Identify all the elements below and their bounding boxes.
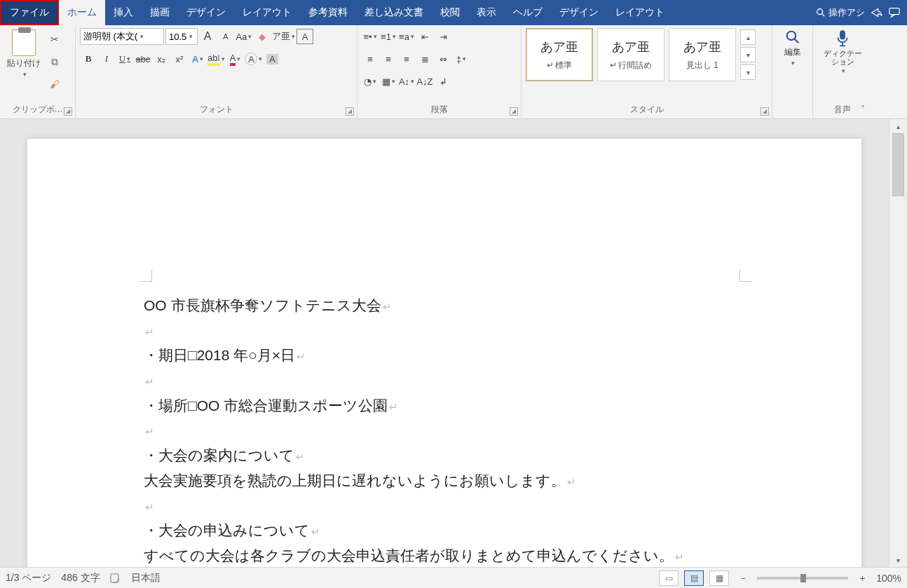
tab-help[interactable]: ヘルプ (505, 0, 551, 25)
bold-button[interactable]: B (80, 50, 97, 67)
scroll-up-button[interactable]: ▴ (889, 119, 907, 133)
tab-file[interactable]: ファイル (0, 0, 59, 25)
text-effects-button[interactable]: A (189, 50, 206, 67)
doc-empty-3[interactable]: ↵ (144, 418, 745, 443)
format-painter-button[interactable]: 🖌 (46, 76, 63, 93)
line-spacing-button[interactable]: ‡ (453, 50, 470, 67)
view-web-layout[interactable]: ▦ (709, 570, 729, 586)
underline-button[interactable]: U (116, 50, 133, 67)
status-word-count[interactable]: 486 文字 (61, 572, 100, 584)
doc-line-7[interactable]: すべての大会は各クラブの大会申込責任者が取りまとめて申込んでください。↵ (144, 543, 745, 567)
tab-mailings[interactable]: 差し込み文書 (356, 0, 432, 25)
sort-button[interactable]: A↓Z (416, 73, 433, 90)
subscript-button[interactable]: x₂ (153, 50, 170, 67)
superscript-button[interactable]: x² (171, 50, 188, 67)
tab-insert[interactable]: 挿入 (105, 0, 142, 25)
align-right-button[interactable]: ≡ (398, 50, 415, 67)
paragraph-dialog-launcher[interactable]: ◢ (510, 107, 518, 116)
doc-line-6[interactable]: ・大会の申込みについて↵ (144, 518, 745, 543)
collapse-ribbon-button[interactable]: ˄ (857, 103, 869, 116)
clear-formatting-button[interactable]: ◆ (254, 28, 271, 45)
view-read-mode[interactable]: ▭ (659, 570, 678, 586)
zoom-out-button[interactable]: － (735, 570, 751, 587)
borders-button[interactable]: ▦ (380, 73, 397, 90)
zoom-slider[interactable] (757, 577, 848, 580)
change-case-button[interactable]: Aa (236, 28, 252, 45)
tab-layout[interactable]: レイアウト (234, 0, 300, 25)
shrink-font-button[interactable]: A (217, 28, 234, 45)
show-marks-button[interactable]: ↲ (435, 73, 451, 90)
character-border-button[interactable]: A (296, 29, 313, 44)
multilevel-icon: ≡a (399, 32, 409, 42)
tab-home[interactable]: ホーム (59, 0, 105, 25)
grow-font-button[interactable]: A (199, 28, 216, 45)
italic-button[interactable]: I (98, 50, 115, 67)
scroll-down-button[interactable]: ▾ (889, 553, 907, 567)
decrease-indent-button[interactable]: ⇤ (416, 28, 433, 45)
tab-draw[interactable]: 描画 (142, 0, 178, 25)
font-name-combo[interactable]: 游明朝 (本文( (80, 28, 164, 45)
numbering-button[interactable]: ≡1 (380, 28, 397, 45)
font-size-combo[interactable]: 10.5 (165, 28, 198, 45)
styles-scroll-up[interactable]: ▴ (740, 29, 756, 45)
share-icon[interactable] (869, 6, 883, 20)
zoom-in-button[interactable]: ＋ (854, 570, 871, 587)
scroll-track[interactable] (892, 133, 904, 553)
comments-icon[interactable] (887, 6, 901, 20)
styles-scroll-down[interactable]: ▾ (740, 47, 756, 62)
shading-button[interactable]: ◔ (362, 73, 379, 90)
align-center-button[interactable]: ≡ (380, 50, 397, 67)
document-area[interactable]: OO 市長旗杯争奪ソフトテニス大会↵ ↵ ・期日□2018 年○月×日↵ ↵ ・… (0, 119, 889, 567)
view-print-layout[interactable]: ▤ (684, 570, 704, 586)
text-direction-button[interactable]: A↕ (398, 73, 415, 90)
increase-indent-button[interactable]: ⇥ (435, 28, 451, 45)
styles-more-button[interactable]: ▾ (740, 64, 756, 80)
tab-view[interactable]: 表示 (468, 0, 505, 25)
doc-empty-4[interactable]: ↵ (144, 493, 745, 519)
align-left-button[interactable]: ≡ (362, 50, 379, 67)
highlight-button[interactable]: ab⁞ (207, 50, 225, 67)
character-shading-button[interactable]: A (264, 50, 280, 67)
style-heading1[interactable]: あア亜 見出し 1 (669, 28, 736, 81)
doc-line-2[interactable]: ・期日□2018 年○月×日↵ (144, 343, 745, 368)
tab-contextual-design[interactable]: デザイン (551, 0, 607, 25)
tab-review[interactable]: 校閲 (432, 0, 468, 25)
doc-empty-1[interactable]: ↵ (144, 318, 745, 343)
style-gallery: あア亜 ↵標準 あア亜 ↵行間詰め あア亜 見出し 1 ▴ ▾ ▾ (526, 28, 756, 81)
doc-line-1[interactable]: OO 市長旗杯争奪ソフトテニス大会↵ (144, 293, 745, 318)
strikethrough-button[interactable]: abc (135, 50, 151, 67)
bullets-button[interactable]: ≡• (362, 28, 379, 45)
copy-button[interactable]: ⧉ (46, 53, 63, 70)
justify-button[interactable]: ≣ (416, 50, 433, 67)
tab-design[interactable]: デザイン (178, 0, 234, 25)
tab-references[interactable]: 参考資料 (300, 0, 356, 25)
phonetic-guide-button[interactable]: ア亜 (272, 28, 295, 45)
cut-button[interactable]: ✂ (46, 31, 63, 48)
distribute-button[interactable]: ⇔ (435, 50, 451, 67)
status-page[interactable]: 1/3 ページ (6, 572, 51, 584)
doc-empty-2[interactable]: ↵ (144, 368, 745, 393)
font-color-button[interactable]: A (226, 50, 243, 67)
doc-line-5[interactable]: 大会実施要項を熟読の上期日に遅れないようにお願いします。↵ (144, 468, 745, 493)
doc-line-3[interactable]: ・場所□OO 市総合運動スポーツ公園↵ (144, 393, 745, 418)
doc-line-4[interactable]: ・大会の案内について↵ (144, 443, 745, 468)
style-nospacing[interactable]: あア亜 ↵行間詰め (597, 28, 664, 81)
zoom-slider-knob[interactable] (800, 574, 806, 582)
enclose-characters-button[interactable]: A (245, 50, 262, 67)
vertical-scrollbar[interactable]: ▴ ▾ (889, 119, 907, 567)
tab-contextual-layout[interactable]: レイアウト (607, 0, 673, 25)
clipboard-dialog-launcher[interactable]: ◢ (64, 107, 72, 116)
multilevel-list-button[interactable]: ≡a (398, 28, 415, 45)
style-normal[interactable]: あア亜 ↵標準 (526, 28, 593, 81)
font-dialog-launcher[interactable]: ◢ (346, 107, 354, 116)
paste-button[interactable]: 貼り付け (4, 28, 43, 79)
tell-me-search[interactable]: 操作アシ (816, 6, 865, 19)
find-button[interactable]: 編集 (782, 28, 804, 68)
status-proofing-icon[interactable] (110, 573, 121, 584)
styles-dialog-launcher[interactable]: ◢ (761, 107, 769, 116)
dictate-button[interactable]: ディクテーション (817, 28, 868, 76)
scroll-thumb[interactable] (892, 133, 904, 196)
status-language[interactable]: 日本語 (131, 572, 161, 584)
status-zoom[interactable]: 100% (876, 573, 901, 584)
ribbon: 貼り付け ✂ ⧉ 🖌 クリップボ… ◢ 游明朝 (本文( 10.5 A A Aa… (0, 25, 907, 119)
